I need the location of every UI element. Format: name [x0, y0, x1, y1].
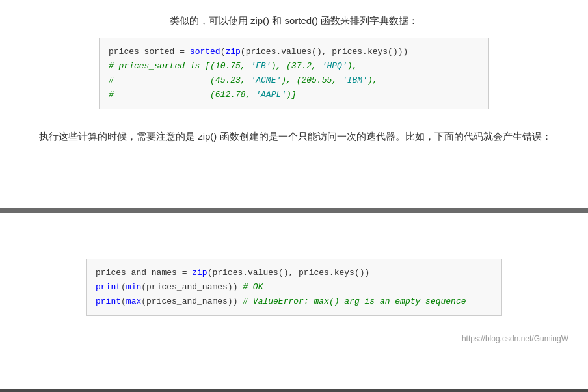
section-divider: [0, 208, 588, 213]
top-section: 类似的，可以使用 zip() 和 sorted() 函数来排列字典数据： pri…: [0, 0, 588, 208]
code-line-b2: print(min(prices_and_names)) # OK: [96, 280, 492, 294]
code-print-2: print: [96, 296, 121, 306]
code-comment-error: # ValueError: max() arg is an empty sequ…: [243, 296, 466, 306]
code-block-wrapper-2: prices_and_names = zip(prices.values(), …: [20, 259, 568, 328]
code-func-sorted: sorted: [190, 47, 220, 57]
body-text: 执行这些计算的时候，需要注意的是 zip() 函数创建的是一个只能访问一次的迭代…: [20, 127, 568, 145]
code-line-1: prices_sorted = sorted(zip(prices.values…: [109, 45, 479, 59]
code-block-wrapper-1: prices_sorted = sorted(zip(prices.values…: [20, 38, 568, 121]
code-func-zip: zip: [225, 47, 240, 57]
bottom-section: prices_and_names = zip(prices.values(), …: [0, 213, 588, 389]
code-line-b1: prices_and_names = zip(prices.values(), …: [96, 266, 492, 280]
code-print-1: print: [96, 282, 121, 292]
code-comment-ok: # OK: [243, 282, 263, 292]
code-block-2: prices_and_names = zip(prices.values(), …: [86, 259, 502, 316]
code-max: max: [126, 296, 141, 306]
code-comment-2: # (45.23, 'ACME'), (205.55, 'IBM'),: [109, 73, 479, 88]
code-comment-1: # prices_sorted is [(10.75, 'FB'), (37.2…: [109, 59, 479, 73]
url-text: https://blog.csdn.net/GumingW: [20, 334, 568, 343]
code-comment-3: # (612.78, 'AAPL')]: [109, 88, 479, 102]
code-func-zip2: zip: [192, 268, 207, 278]
code-line-b3: print(max(prices_and_names)) # ValueErro…: [96, 294, 492, 309]
code-min: min: [126, 282, 141, 292]
intro-text: 类似的，可以使用 zip() 和 sorted() 函数来排列字典数据：: [20, 13, 568, 29]
code-block-1: prices_sorted = sorted(zip(prices.values…: [99, 38, 489, 109]
code-var-1: prices_sorted: [109, 47, 174, 57]
